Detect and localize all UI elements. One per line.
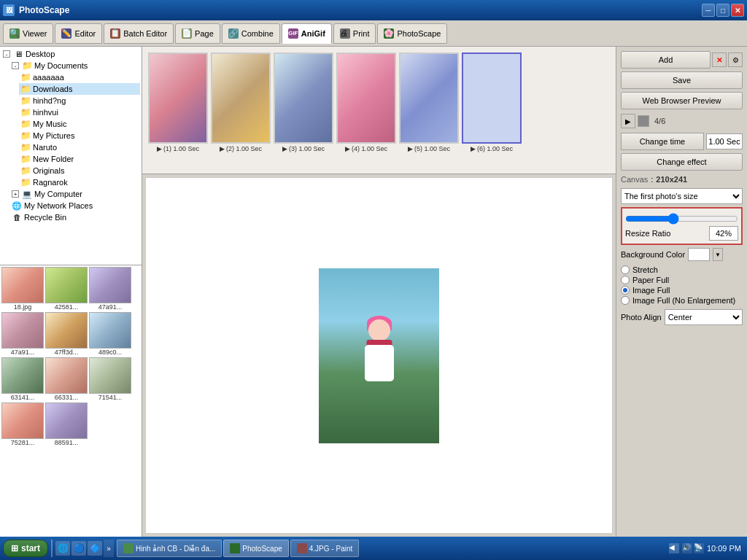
tab-viewer[interactable]: 🔍 Viewer — [3, 23, 53, 44]
size-dropdown[interactable]: The first photo's size Specify size Orig… — [621, 188, 743, 204]
image-full-noenl-label: Image Full (No Enlargement) — [632, 296, 735, 305]
image-full-radio-btn[interactable] — [621, 286, 630, 295]
photo-align-select[interactable]: Center Left Right Top Bottom — [665, 309, 743, 325]
tab-print[interactable]: 🖨 Print — [333, 23, 376, 44]
film-frame-5[interactable]: ▶ (5) 1.00 Sec — [399, 52, 459, 152]
taskbar-item-photoscape[interactable]: PhotoScape — [223, 540, 289, 557]
editor-icon: ✏️ — [61, 28, 71, 39]
image-full-noenl-radio-btn[interactable] — [621, 296, 630, 305]
maximize-button[interactable]: □ — [716, 4, 729, 17]
tree-item-naruto[interactable]: 📁 Naruto — [19, 141, 140, 153]
clock: 10:09 PM — [707, 544, 741, 553]
thumb-label-47ff3d: 47ff3d... — [45, 349, 88, 356]
tree-item-originals[interactable]: 📁 Originals — [19, 165, 140, 176]
resize-ratio-input[interactable] — [709, 226, 738, 241]
tree-item-downloads[interactable]: 📁 Downloads — [19, 83, 140, 95]
print-icon: 🖨 — [340, 28, 350, 39]
taskbar-item-hinh[interactable]: Hinh ảnh CB - Diễn đa... — [117, 540, 222, 557]
settings-button[interactable]: ⚙ — [728, 52, 743, 67]
film-frame-4[interactable]: ▶ (4) 1.00 Sec — [336, 52, 396, 152]
tree-item-mypics[interactable]: 📁 My Pictures — [19, 130, 140, 141]
thumb-47a91a[interactable]: 47a91... — [89, 267, 131, 311]
thumb-47a91b[interactable]: 47a91... — [1, 312, 44, 356]
expand-mycomputer[interactable]: + — [12, 190, 19, 198]
tree-item-mymusic[interactable]: 📁 My Music — [19, 118, 140, 130]
tab-page[interactable]: 📄 Page — [175, 23, 220, 44]
change-time-button[interactable]: Change time — [621, 133, 704, 150]
bg-color-dropdown[interactable]: ▼ — [713, 248, 723, 261]
ie-quick-launch[interactable]: 🌐 — [55, 541, 70, 556]
delete-button[interactable]: ✕ — [712, 52, 727, 67]
film-frame-3[interactable]: ▶ (3) 1.00 Sec — [274, 52, 333, 152]
tree-item-hinhd[interactable]: 📁 hinhd?ng — [19, 95, 140, 106]
thumb-66331[interactable]: 66331... — [45, 357, 88, 401]
save-button[interactable]: Save — [621, 71, 743, 89]
tree-item-recycle[interactable]: 🗑 Recycle Bin — [10, 211, 140, 223]
film-frame-2[interactable]: ▶ (2) 1.00 Sec — [211, 52, 271, 152]
stretch-radio-btn[interactable] — [621, 265, 630, 274]
thumb-47ff3d[interactable]: 47ff3d... — [45, 312, 88, 356]
hinh-icon — [123, 543, 133, 553]
play-button[interactable]: ▶ — [621, 114, 635, 128]
stretch-radio[interactable]: Stretch — [621, 265, 743, 274]
tree-item-mynetwork[interactable]: 🌐 My Network Places — [10, 200, 140, 211]
thumb-label-71541: 71541... — [89, 394, 131, 401]
tree-item-mycomputer[interactable]: + 💻 My Computer — [10, 188, 140, 200]
film-frame-1[interactable]: ▶ (1) 1.00 Sec — [148, 52, 208, 152]
systray-icon-1[interactable]: 🔊 — [682, 543, 692, 553]
tree-item-desktop[interactable]: - 🖥 Desktop — [1, 48, 140, 60]
tab-anigif[interactable]: GIF AniGif — [282, 23, 332, 44]
start-button[interactable]: ⊞ start — [3, 540, 48, 557]
expand-desktop[interactable]: - — [3, 50, 10, 58]
add-button[interactable]: Add — [621, 51, 711, 69]
time-input[interactable] — [706, 133, 743, 149]
tab-photoscape[interactable]: 🌸 PhotoScape — [377, 23, 447, 44]
thumb-img-47a91b — [1, 312, 44, 349]
expand-quick-launch[interactable]: » — [104, 540, 114, 557]
close-button[interactable]: ✕ — [731, 4, 744, 17]
thumb-75281[interactable]: 75281... — [1, 402, 44, 446]
thumb-img-75281 — [1, 402, 44, 439]
paper-full-radio-btn[interactable] — [621, 276, 630, 284]
file-tree[interactable]: - 🖥 Desktop - 📁 My Documents 📁 aaaaaaa 📁… — [0, 47, 142, 265]
tree-item-ragnarok[interactable]: 📁 Ragnarok — [19, 176, 140, 188]
paper-full-radio[interactable]: Paper Full — [621, 276, 743, 284]
hinh-label: Hinh ảnh CB - Diễn đa... — [136, 545, 215, 553]
image-full-radio[interactable]: Image Full — [621, 286, 743, 295]
film-frame-6[interactable]: ▶ (6) 1.00 Sec — [462, 52, 522, 152]
film-label-6: ▶ (6) 1.00 Sec — [471, 145, 513, 152]
tree-item-newfolder[interactable]: 📁 New Folder — [19, 153, 140, 165]
tree-item-hinhvui[interactable]: 📁 hinhvui — [19, 106, 140, 118]
systray-icon-2[interactable]: 📡 — [694, 543, 704, 553]
tab-combine[interactable]: 🔗 Combine — [222, 23, 280, 44]
thumb-489c0[interactable]: 489c0... — [89, 312, 131, 356]
thumb-42581[interactable]: 42581... — [45, 267, 88, 311]
thumb-label-66331: 66331... — [45, 394, 88, 401]
minimize-button[interactable]: ─ — [702, 4, 715, 17]
thumb-18jpg[interactable]: 18.jpg — [1, 267, 44, 311]
resize-slider[interactable] — [625, 213, 738, 225]
browser-quick-launch[interactable]: 🔵 — [71, 541, 86, 556]
divider — [51, 540, 53, 557]
web-preview-button[interactable]: Web Browser Preview — [621, 92, 743, 109]
tab-anigif-label: AniGif — [301, 29, 325, 38]
expand-mydocs[interactable]: - — [12, 62, 19, 69]
browser2-quick-launch[interactable]: 🔷 — [88, 541, 102, 556]
bg-color-swatch[interactable] — [688, 248, 710, 261]
paint-label: 4.JPG - Paint — [309, 545, 352, 553]
main-area: - 🖥 Desktop - 📁 My Documents 📁 aaaaaaa 📁… — [0, 47, 747, 537]
image-full-noenl-radio[interactable]: Image Full (No Enlargement) — [621, 296, 743, 305]
systray-arrow[interactable]: ◀ — [669, 543, 679, 553]
tab-batch[interactable]: 📋 Batch Editor — [104, 23, 174, 44]
tree-item-aaaaaaa[interactable]: 📁 aaaaaaa — [19, 71, 140, 83]
canvas-info: Canvas : 210x241 — [621, 174, 743, 185]
thumb-63141[interactable]: 63141... — [1, 357, 44, 401]
size-dropdown-row: The first photo's size Specify size Orig… — [621, 188, 743, 204]
stop-button[interactable] — [638, 115, 649, 127]
thumb-71541[interactable]: 71541... — [89, 357, 131, 401]
taskbar-item-paint[interactable]: 4.JPG - Paint — [290, 540, 359, 557]
thumb-88591[interactable]: 88591... — [45, 402, 88, 446]
tab-editor[interactable]: ✏️ Editor — [55, 23, 102, 44]
tree-item-mydocs[interactable]: - 📁 My Documents — [10, 60, 140, 71]
change-effect-button[interactable]: Change effect — [621, 153, 743, 171]
